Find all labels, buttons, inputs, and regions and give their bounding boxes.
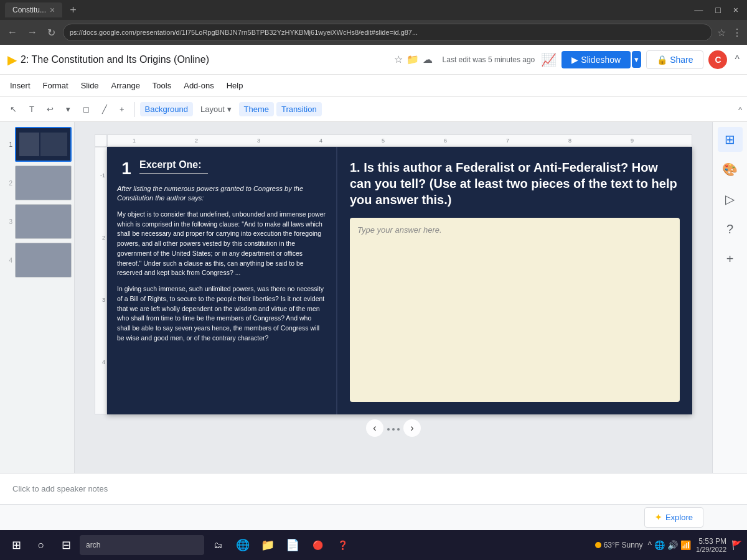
slide-nav: ‹ › — [95, 419, 692, 437]
taskbar-app-4[interactable]: 📄 — [281, 534, 304, 556]
windows-start-btn[interactable]: ⊞ — [5, 534, 27, 556]
speaker-notes-placeholder: Click to add speaker notes — [12, 484, 108, 493]
taskbar-system-icons: ^ 🌐 🔊 📶 — [647, 540, 691, 550]
url-bar[interactable]: ps://docs.google.com/presentation/d/1I75… — [63, 24, 712, 41]
select-tool-btn[interactable]: ↖ — [5, 102, 22, 116]
answer-box[interactable]: Type your answer here. — [350, 218, 680, 402]
menu-bar: Insert Format Slide Arrange Tools Add-on… — [0, 75, 747, 97]
refresh-btn[interactable]: ↻ — [45, 26, 58, 40]
browser-icons: ☆ ⋮ — [717, 27, 742, 39]
ruler-mark-8: 8 — [568, 138, 571, 144]
slide-header: 1 Excerpt One: — [117, 159, 326, 178]
task-view-btn[interactable]: ⊟ — [55, 534, 77, 556]
slideshow-button[interactable]: ▶ Slideshow — [561, 51, 631, 68]
slide-num-label-2: 2 — [2, 180, 12, 187]
slide-thumbnail-1[interactable] — [15, 127, 72, 162]
prev-slide-btn[interactable]: ‹ — [366, 419, 383, 437]
autosave-status: Last edit was 5 minutes ago — [443, 55, 535, 64]
close-btn[interactable]: × — [730, 4, 742, 16]
shape-tool-btn[interactable]: ◻ — [78, 102, 95, 116]
window-controls: — □ × — [690, 4, 742, 16]
slide-thumb-3-wrapper: 3 — [2, 204, 72, 239]
move-to-folder-icon[interactable]: 📁 — [406, 54, 419, 65]
browser-tab[interactable]: Constitu... × — [5, 2, 62, 17]
settings-icon[interactable]: ⋮ — [732, 27, 742, 39]
chevron-icon[interactable]: ^ — [647, 540, 652, 550]
minimize-btn[interactable]: — — [690, 4, 707, 16]
taskbar-app-2[interactable]: 🌐 — [232, 534, 254, 556]
toolbar-right: ^ — [738, 104, 742, 115]
dot-3 — [397, 428, 400, 431]
taskbar-app-6[interactable]: ❓ — [331, 534, 354, 556]
menu-slide[interactable]: Slide — [76, 78, 104, 93]
title-bar: Constitu... × + — □ × — [0, 0, 747, 20]
ruler-corner — [95, 134, 107, 147]
main-area: 1 2 3 4 1 2 3 — [0, 122, 747, 473]
sidebar-themes-icon[interactable]: 🎨 — [718, 157, 743, 182]
expand-icon[interactable]: ^ — [735, 54, 740, 65]
taskbar-search-box[interactable]: arch — [80, 535, 204, 555]
star-icon[interactable]: ☆ — [394, 54, 403, 65]
menu-addons[interactable]: Add-ons — [179, 78, 218, 93]
new-tab-btn[interactable]: + — [70, 4, 77, 17]
collapse-icon[interactable]: ^ — [738, 105, 742, 114]
transition-btn[interactable]: Transition — [276, 102, 322, 116]
text-tool-btn[interactable]: T — [24, 102, 39, 116]
dropdown-btn[interactable]: ▾ — [61, 102, 75, 116]
taskbar-right-area: 63°F Sunny ^ 🌐 🔊 📶 5:53 PM 1/29/2022 🚩 — [595, 537, 742, 553]
slide-thumb-2-wrapper: 2 — [2, 166, 72, 200]
search-taskbar-btn[interactable]: ○ — [30, 534, 52, 556]
share-button[interactable]: 🔒 Share — [646, 50, 703, 69]
slide-with-ruler: -1 2 3 4 1 Excerpt One: — [95, 147, 692, 414]
ruler-mark-4: 4 — [319, 138, 322, 144]
user-avatar[interactable]: C — [708, 50, 727, 69]
excerpt-body-2: In giving such immense, such unlimited p… — [117, 284, 326, 343]
menu-insert[interactable]: Insert — [5, 78, 35, 93]
v-ruler-mark--1: -1 — [100, 172, 105, 179]
add-btn[interactable]: + — [115, 102, 129, 116]
dot-2 — [392, 428, 395, 431]
sidebar-animate-icon[interactable]: ▷ — [718, 187, 743, 212]
taskbar-app-3[interactable]: 📁 — [256, 534, 279, 556]
slideshow-dropdown-btn[interactable]: ▾ — [632, 51, 641, 68]
volume-icon[interactable]: 🔊 — [667, 540, 678, 550]
presentation-slide[interactable]: 1 Excerpt One: After listing the numerou… — [107, 147, 692, 414]
theme-btn[interactable]: Theme — [239, 102, 274, 116]
sidebar-slides-icon[interactable]: ⊞ — [718, 127, 743, 152]
taskbar-app-1[interactable]: 🗂 — [207, 534, 229, 556]
tab-close-btn[interactable]: × — [50, 5, 55, 15]
question-text: 1. Is this author a Federalist or Anti-F… — [350, 159, 680, 208]
menu-format[interactable]: Format — [38, 78, 73, 93]
ruler-top-row: 1 2 3 4 5 6 7 8 9 — [95, 134, 692, 147]
play-icon: ▶ — [571, 55, 578, 65]
menu-help[interactable]: Help — [222, 78, 248, 93]
background-btn[interactable]: Background — [140, 102, 193, 116]
speaker-notes-area[interactable]: Click to add speaker notes — [0, 473, 747, 504]
sidebar-plus-icon[interactable]: + — [718, 246, 743, 271]
horizontal-ruler: 1 2 3 4 5 6 7 8 9 — [107, 134, 692, 147]
next-slide-btn[interactable]: › — [403, 419, 421, 437]
maximize-btn[interactable]: □ — [712, 4, 724, 16]
slide-thumbnail-4[interactable] — [15, 243, 72, 278]
slide-thumbnail-3[interactable] — [15, 204, 72, 239]
clock-widget: 5:53 PM 1/29/2022 — [696, 537, 726, 553]
chart-icon[interactable]: 📈 — [541, 52, 557, 67]
vertical-ruler: -1 2 3 4 — [95, 147, 107, 414]
slide-thumbnail-panel: 1 2 3 4 — [0, 122, 75, 473]
slide-left-panel: 1 Excerpt One: After listing the numerou… — [107, 147, 337, 414]
star-icon[interactable]: ☆ — [717, 27, 726, 39]
network-icon[interactable]: 🌐 — [654, 540, 665, 550]
explore-button[interactable]: ✦ Explore — [644, 507, 703, 528]
layout-btn[interactable]: Layout ▾ — [195, 102, 237, 116]
taskbar-app-5[interactable]: 🔴 — [306, 534, 329, 556]
menu-arrange[interactable]: Arrange — [106, 78, 145, 93]
forward-btn[interactable]: → — [25, 26, 40, 39]
weather-widget: 63°F Sunny — [595, 541, 643, 549]
menu-tools[interactable]: Tools — [148, 78, 176, 93]
undo-btn[interactable]: ↩ — [42, 102, 59, 116]
sidebar-qa-icon[interactable]: ? — [718, 217, 743, 241]
line-tool-btn[interactable]: ╱ — [97, 102, 112, 116]
notification-icon[interactable]: 🚩 — [731, 540, 742, 550]
back-btn[interactable]: ← — [5, 26, 20, 39]
slide-thumbnail-2[interactable] — [15, 166, 72, 200]
